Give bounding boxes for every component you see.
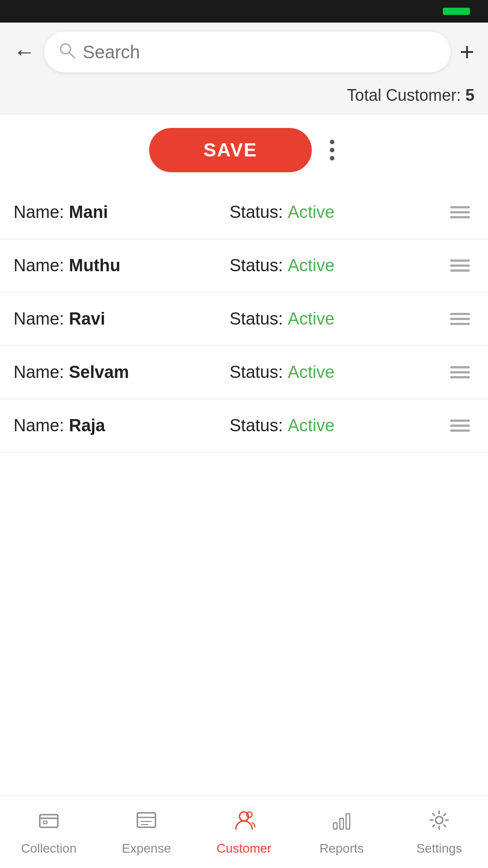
customer-status-4: Status: Active	[230, 416, 446, 435]
dot-3	[330, 156, 334, 160]
customer-name-2: Name: Ravi	[14, 309, 230, 329]
nav-item-expense[interactable]: Expense	[98, 808, 195, 856]
customer-status-3: Status: Active	[230, 363, 446, 382]
collection-icon	[37, 808, 61, 837]
svg-rect-5	[137, 813, 155, 827]
customer-name-4: Name: Raja	[14, 416, 230, 435]
more-options-button[interactable]	[325, 135, 339, 165]
customer-menu-0[interactable]	[446, 202, 474, 223]
settings-label: Settings	[416, 841, 462, 856]
search-bar	[44, 32, 450, 72]
svg-rect-4	[43, 821, 47, 824]
customer-item-4[interactable]: Name: Raja Status: Active	[0, 399, 488, 453]
bottom-nav: Collection Expense Customer	[0, 796, 488, 868]
svg-point-14	[436, 816, 443, 824]
battery-icon	[443, 8, 470, 15]
svg-line-1	[69, 52, 75, 58]
search-icon	[58, 41, 76, 63]
customer-menu-2[interactable]	[446, 308, 474, 330]
customer-icon	[232, 808, 256, 837]
svg-rect-2	[40, 815, 58, 827]
reports-icon	[330, 808, 353, 837]
dot-1	[330, 140, 334, 144]
status-bar	[0, 0, 488, 23]
customer-status-1: Status: Active	[230, 256, 446, 275]
customer-status-2: Status: Active	[230, 309, 446, 329]
customer-menu-1[interactable]	[446, 255, 474, 276]
customer-item-1[interactable]: Name: Muthu Status: Active	[0, 239, 488, 292]
customer-name-0: Name: Mani	[14, 203, 230, 222]
expense-label: Expense	[122, 841, 171, 856]
customer-item-0[interactable]: Name: Mani Status: Active	[0, 186, 488, 239]
add-customer-button[interactable]: +	[460, 39, 474, 65]
settings-icon	[427, 808, 451, 837]
total-customer-count: 5	[465, 86, 474, 104]
nav-item-settings[interactable]: Settings	[390, 808, 488, 856]
customer-item-2[interactable]: Name: Ravi Status: Active	[0, 292, 488, 346]
collection-label: Collection	[21, 841, 77, 856]
header: ← +	[0, 23, 488, 81]
nav-item-collection[interactable]: Collection	[0, 808, 98, 856]
total-customer-bar: Total Customer: 5	[0, 81, 488, 114]
save-button[interactable]: SAVE	[149, 128, 311, 172]
action-row: SAVE	[0, 114, 488, 186]
total-customer-label: Total Customer:	[347, 86, 461, 104]
customer-label: Customer	[216, 841, 271, 856]
svg-rect-13	[346, 814, 350, 829]
customer-status-0: Status: Active	[230, 203, 446, 222]
customer-menu-3[interactable]	[446, 362, 474, 383]
customer-menu-4[interactable]	[446, 415, 474, 436]
customer-item-3[interactable]: Name: Selvam Status: Active	[0, 346, 488, 399]
dot-2	[330, 148, 334, 152]
svg-rect-11	[333, 823, 337, 829]
nav-item-reports[interactable]: Reports	[293, 808, 390, 856]
search-input[interactable]	[83, 42, 437, 62]
customer-list: Name: Mani Status: Active Name: Muthu St…	[0, 186, 488, 453]
customer-name-1: Name: Muthu	[14, 256, 230, 275]
back-button[interactable]: ←	[14, 41, 35, 63]
reports-label: Reports	[319, 841, 364, 856]
customer-name-3: Name: Selvam	[14, 363, 230, 382]
nav-item-customer[interactable]: Customer	[195, 808, 293, 856]
svg-rect-12	[340, 818, 343, 829]
expense-icon	[135, 808, 158, 837]
